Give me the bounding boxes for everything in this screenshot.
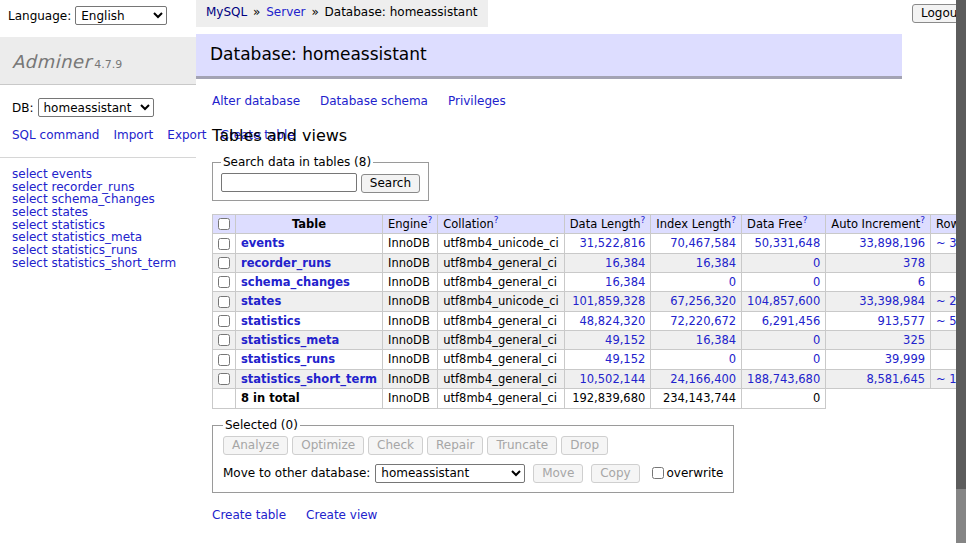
create-link-create-view[interactable]: Create view (306, 508, 377, 522)
recorder-runs-index-length-link[interactable]: 16,384 (696, 256, 736, 270)
row-checkbox-statistics_short_term[interactable] (218, 373, 230, 385)
events-index-length-link[interactable]: 70,467,584 (670, 236, 736, 250)
repair-button[interactable]: Repair (427, 436, 483, 455)
overwrite-checkbox[interactable] (652, 467, 664, 479)
optimize-button[interactable]: Optimize (292, 436, 364, 455)
total-data-length: 192,839,680 (564, 389, 651, 408)
statistics-short-term-auto-increment-link[interactable]: 8,581,645 (867, 372, 926, 386)
action-link-alter-database[interactable]: Alter database (212, 94, 300, 108)
statistics-runs-auto-increment-link[interactable]: 39,999 (885, 352, 925, 366)
column-label: Collation (443, 217, 494, 231)
language-select[interactable]: English (75, 6, 167, 25)
search-input[interactable] (221, 173, 357, 192)
table-link-events[interactable]: events (241, 236, 285, 250)
select-all-cell (213, 214, 236, 233)
events-auto-increment-link[interactable]: 33,898,196 (859, 236, 925, 250)
row-checkbox-statistics[interactable] (218, 315, 230, 327)
help-link-data-free[interactable]: ? (803, 215, 808, 225)
events-data-length-link[interactable]: 31,522,816 (579, 236, 645, 250)
db-row: DB:homeassistant (0, 85, 196, 119)
statistics-index-length-link[interactable]: 72,220,672 (670, 314, 736, 328)
sidebar-item-select-statistics-short-term[interactable]: select statistics_short_term (12, 257, 184, 270)
copy-button[interactable]: Copy (591, 464, 639, 483)
vertical-scrollbar[interactable] (956, 0, 966, 543)
help-link-index-length[interactable]: ? (731, 215, 736, 225)
table-link-statistics_meta[interactable]: statistics_meta (241, 333, 339, 347)
move-button[interactable]: Move (533, 464, 583, 483)
table-link-recorder_runs[interactable]: recorder_runs (241, 256, 331, 270)
move-database-select[interactable]: homeassistant (375, 464, 525, 483)
sidebar-link-sql-command[interactable]: SQL command (12, 128, 99, 142)
statistics-meta-auto-increment-link[interactable]: 325 (903, 333, 925, 347)
states-index-length-link[interactable]: 67,256,320 (670, 294, 736, 308)
truncate-button[interactable]: Truncate (487, 436, 557, 455)
states-auto-increment-link[interactable]: 33,398,984 (859, 294, 925, 308)
create-links: Create tableCreate view (212, 508, 902, 523)
sidebar-item-select-schema-changes[interactable]: select schema_changes (12, 193, 184, 206)
create-link-create-table[interactable]: Create table (212, 508, 286, 522)
statistics-short-term-index-length-link[interactable]: 24,166,400 (670, 372, 736, 386)
schema-changes-auto-increment-link[interactable]: 6 (918, 275, 925, 289)
recorder-runs-auto-increment-link[interactable]: 378 (903, 256, 925, 270)
help-link-auto-increment[interactable]: ? (920, 215, 925, 225)
breadcrumb: MySQL » Server » Database: homeassistant (196, 0, 488, 27)
tables-heading: Tables and views (212, 126, 902, 146)
states-data-free-link[interactable]: 104,857,600 (747, 294, 820, 308)
schema-changes-index-length-link[interactable]: 0 (729, 275, 736, 289)
help-link-engine[interactable]: ? (427, 215, 432, 225)
action-link-database-schema[interactable]: Database schema (320, 94, 428, 108)
schema-changes-data-length-link[interactable]: 16,384 (605, 275, 645, 289)
statistics-meta-index-length-link[interactable]: 16,384 (696, 333, 736, 347)
adminer-logo[interactable]: Adminer (12, 51, 91, 72)
statistics-short-term-data-free-link[interactable]: 188,743,680 (747, 372, 820, 386)
db-select[interactable]: homeassistant (38, 98, 154, 117)
sidebar-item-select-statistics-runs[interactable]: select statistics_runs (12, 244, 184, 257)
column-label: Engine (388, 217, 427, 231)
table-link-statistics_short_term[interactable]: statistics_short_term (241, 372, 377, 386)
table-link-schema_changes[interactable]: schema_changes (241, 275, 350, 289)
action-link-privileges[interactable]: Privileges (448, 94, 506, 108)
select-all-checkbox[interactable] (218, 218, 230, 230)
row-checkbox-schema_changes[interactable] (218, 276, 230, 288)
sidebar-item-select-states[interactable]: select states (12, 206, 184, 219)
column-header-engine: Engine? (383, 214, 438, 233)
recorder-runs-data-length-link[interactable]: 16,384 (605, 256, 645, 270)
help-link-collation[interactable]: ? (494, 215, 499, 225)
statistics-auto-increment-link[interactable]: 913,577 (877, 314, 925, 328)
statistics-runs-data-length-link[interactable]: 49,152 (605, 352, 645, 366)
table-link-statistics_runs[interactable]: statistics_runs (241, 352, 335, 366)
check-button[interactable]: Check (368, 436, 423, 455)
breadcrumb-server-link[interactable]: Server (266, 5, 305, 19)
row-checkbox-states[interactable] (218, 296, 230, 308)
row-checkbox-statistics_runs[interactable] (218, 354, 230, 366)
schema-changes-data-free-link[interactable]: 0 (813, 275, 820, 289)
table-link-states[interactable]: states (241, 294, 281, 308)
row-checkbox-events[interactable] (218, 238, 230, 250)
states-data-length-link[interactable]: 101,859,328 (572, 294, 645, 308)
search-button[interactable]: Search (361, 174, 420, 193)
statistics-short-term-data-length-link[interactable]: 10,502,144 (579, 372, 645, 386)
row-checkbox-statistics_meta[interactable] (218, 334, 230, 346)
statistics-meta-data-free-link[interactable]: 0 (813, 333, 820, 347)
help-link-data-length[interactable]: ? (641, 215, 646, 225)
row-checkbox-recorder_runs[interactable] (218, 257, 230, 269)
statistics-meta-data-length-link[interactable]: 49,152 (605, 333, 645, 347)
events-data-free-link[interactable]: 50,331,648 (754, 236, 820, 250)
statistics-data-length-link[interactable]: 48,824,320 (579, 314, 645, 328)
sidebar-link-import[interactable]: Import (113, 128, 153, 142)
analyze-button[interactable]: Analyze (223, 436, 288, 455)
column-header-data-length: Data Length? (564, 214, 651, 233)
statistics-runs-index-length-link[interactable]: 0 (729, 352, 736, 366)
column-label: Table (292, 217, 326, 231)
statistics-runs-data-free-link[interactable]: 0 (813, 352, 820, 366)
collation-cell: utf8mb4_unicode_ci (438, 292, 565, 311)
scrollbar-thumb[interactable] (956, 0, 966, 489)
table-link-statistics[interactable]: statistics (241, 314, 301, 328)
breadcrumb-mysql-link[interactable]: MySQL (206, 5, 247, 19)
table-row: schema_changesInnoDButf8mb4_general_ci16… (213, 272, 966, 291)
recorder-runs-data-free-link[interactable]: 0 (813, 256, 820, 270)
collation-cell: utf8mb4_general_ci (438, 369, 565, 388)
statistics-data-free-link[interactable]: 6,291,456 (762, 314, 821, 328)
sidebar-item-select-events[interactable]: select events (12, 168, 184, 181)
drop-button[interactable]: Drop (561, 436, 608, 455)
